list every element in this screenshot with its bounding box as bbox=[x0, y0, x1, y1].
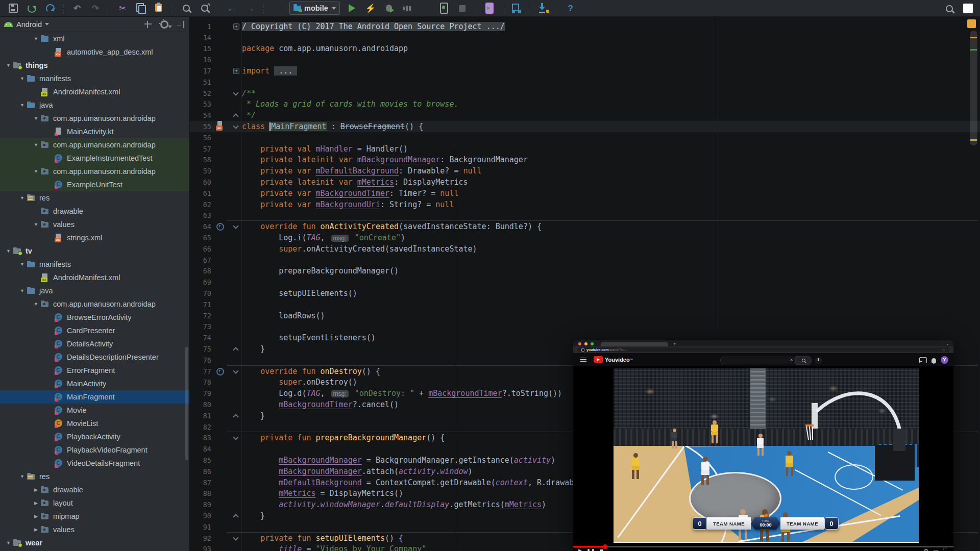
bookmark-star-icon[interactable]: ☆ bbox=[942, 348, 945, 352]
tree-row-mipmap[interactable]: ▶mipmap bbox=[0, 510, 189, 523]
chevron-down-icon[interactable]: ▼ bbox=[32, 142, 40, 147]
cut-icon[interactable]: ✂ bbox=[116, 2, 129, 15]
tree-row-manifests[interactable]: ▼manifests bbox=[0, 72, 189, 85]
notifications-bell-icon[interactable] bbox=[932, 358, 936, 363]
tree-row-mainactivity-kt[interactable]: MainActivity.kt bbox=[0, 125, 189, 138]
hide-panel-icon[interactable] bbox=[176, 20, 185, 29]
tree-row-layout[interactable]: ▶layout bbox=[0, 496, 189, 510]
code-line-67[interactable]: 67 bbox=[190, 255, 980, 266]
code-line-55[interactable]: 55<>class MainFragment : BrowseFragment(… bbox=[190, 121, 980, 132]
code-line-60[interactable]: 60 private lateinit var mMetrics: Displa… bbox=[190, 177, 980, 188]
chevron-down-icon[interactable]: ▼ bbox=[32, 36, 40, 41]
tree-row-browseerroractivity[interactable]: CBrowseErrorActivity bbox=[0, 311, 189, 324]
search-input[interactable]: ✕ bbox=[720, 357, 796, 364]
tree-row-com-app-umanusorn-androidap[interactable]: ▼com.app.umanusorn.androidap bbox=[0, 165, 189, 178]
tree-row-things[interactable]: ▼things bbox=[0, 59, 189, 72]
chevron-down-icon[interactable]: ⌄ bbox=[946, 341, 949, 346]
search-button[interactable] bbox=[796, 356, 812, 365]
find-icon[interactable] bbox=[180, 2, 193, 15]
project-view-header[interactable]: Android bbox=[0, 17, 189, 32]
code-line-17[interactable]: 17+import ... bbox=[190, 65, 980, 77]
fold-end-icon[interactable] bbox=[233, 347, 238, 353]
tree-row-androidmanifest-xml[interactable]: <>AndroidManifest.xml bbox=[0, 271, 189, 284]
fold-collapse-icon[interactable] bbox=[233, 368, 238, 373]
code-line-54[interactable]: 54 */ bbox=[190, 110, 980, 121]
redo-icon[interactable]: ↷ bbox=[89, 2, 102, 15]
project-view-selector[interactable]: Android bbox=[16, 20, 42, 29]
fold-expand-icon[interactable]: + bbox=[233, 23, 239, 30]
debug-icon[interactable] bbox=[382, 2, 396, 15]
editor-scrollbar[interactable] bbox=[970, 31, 977, 145]
code-line-16[interactable]: 16 bbox=[190, 54, 980, 65]
apply-changes-icon[interactable]: ⚡ bbox=[364, 2, 377, 15]
tree-row-com-app-umanusorn-androidap[interactable]: ▼com.app.umanusorn.androidap bbox=[0, 297, 189, 311]
tree-row-manifests[interactable]: ▼manifests bbox=[0, 258, 189, 271]
profiler-gauge-icon[interactable] bbox=[419, 2, 432, 15]
zoom-window-icon[interactable] bbox=[591, 342, 594, 345]
tree-row-playbackactivity[interactable]: CPlaybackActivity bbox=[0, 430, 189, 443]
tree-row-java[interactable]: ▼java bbox=[0, 284, 189, 297]
chevron-down-icon[interactable]: ▼ bbox=[4, 248, 13, 254]
code-line-15[interactable]: 15package com.app.umanusorn.androidapp bbox=[190, 43, 980, 55]
code-line-71[interactable]: 71 bbox=[190, 299, 980, 310]
chevron-right-icon[interactable]: ▶ bbox=[32, 487, 40, 492]
fold-end-icon[interactable] bbox=[233, 114, 238, 119]
avatar[interactable]: Y bbox=[941, 356, 948, 364]
tree-row-com-app-umanusorn-androidap[interactable]: ▼com.app.umanusorn.androidap bbox=[0, 112, 189, 125]
tree-scrollbar[interactable] bbox=[185, 347, 188, 460]
chevron-down-icon[interactable]: ▼ bbox=[4, 540, 13, 545]
chevron-down-icon[interactable]: ▼ bbox=[18, 103, 27, 108]
chevron-down-icon[interactable]: ▼ bbox=[18, 262, 27, 267]
ok-stripe-mark[interactable] bbox=[970, 49, 977, 51]
fold-collapse-icon[interactable] bbox=[233, 123, 238, 129]
tree-row-wear[interactable]: ▼wear bbox=[0, 536, 189, 549]
device-manager-icon[interactable] bbox=[483, 2, 496, 15]
override-method-icon[interactable] bbox=[216, 368, 224, 375]
stop-icon[interactable] bbox=[456, 2, 469, 15]
tree-row-movielist[interactable]: CMovieList bbox=[0, 417, 189, 430]
tree-row-java[interactable]: ▼java bbox=[0, 98, 189, 112]
code-line-1[interactable]: 1+/ Copyright (C) 2017 The Android Open … bbox=[190, 21, 980, 32]
back-icon[interactable]: ← bbox=[225, 2, 238, 15]
voice-search-icon[interactable] bbox=[815, 357, 822, 364]
close-window-icon[interactable] bbox=[578, 342, 581, 345]
code-line-62[interactable]: 62 private var mBackgroundUri: String? =… bbox=[190, 199, 980, 210]
chevron-down-icon[interactable]: ▼ bbox=[32, 222, 40, 227]
gradle-sync-icon[interactable] bbox=[537, 2, 550, 15]
chevron-down-icon[interactable]: ▼ bbox=[18, 288, 27, 293]
override-method-icon[interactable] bbox=[216, 223, 224, 231]
help-icon[interactable]: ? bbox=[564, 2, 577, 15]
tree-row-cardpresenter[interactable]: CCardPresenter bbox=[0, 324, 189, 337]
fold-collapse-icon[interactable] bbox=[233, 223, 238, 229]
tree-row-com-app-umanusorn-androidap[interactable]: ▼com.app.umanusorn.androidap bbox=[0, 138, 189, 152]
copy-icon[interactable] bbox=[134, 2, 148, 15]
tree-row-res[interactable]: ▼res bbox=[0, 191, 189, 205]
fold-collapse-icon[interactable] bbox=[233, 90, 238, 95]
tree-row-playbackvideofragment[interactable]: CPlaybackVideoFragment bbox=[0, 443, 189, 457]
cast-icon[interactable] bbox=[919, 357, 927, 363]
tree-row-xml[interactable]: ▼xml bbox=[0, 32, 189, 45]
tree-row-values[interactable]: ▼values bbox=[0, 218, 189, 231]
site-logo[interactable]: Youvideo ™ bbox=[594, 356, 633, 363]
tree-row-res[interactable]: ▼res bbox=[0, 470, 189, 483]
code-line-61[interactable]: 61 private var mBackgroundTimer: Timer? … bbox=[190, 188, 980, 199]
code-line-58[interactable]: 58 private lateinit var mBackgroundManag… bbox=[190, 155, 980, 166]
fold-end-icon[interactable] bbox=[233, 414, 238, 419]
sync-icon[interactable] bbox=[25, 2, 38, 15]
video-controls[interactable]: ▶ ▮▮ ◼ ⚙ ▭ ⛶ bbox=[573, 547, 953, 551]
code-line-56[interactable]: 56 bbox=[190, 132, 980, 143]
code-line-59[interactable]: 59 private var mDefaultBackground: Drawa… bbox=[190, 165, 980, 177]
tree-row-errorfragment[interactable]: CErrorFragment bbox=[0, 364, 189, 377]
tree-row-exampleinstrumentedtest[interactable]: CExampleInstrumentedTest bbox=[0, 152, 189, 165]
fold-collapse-icon[interactable] bbox=[233, 535, 238, 540]
save-icon[interactable] bbox=[7, 2, 20, 15]
chevron-down-icon[interactable]: ▼ bbox=[4, 63, 13, 68]
code-line-53[interactable]: 53 * Loads a grid of cards with movies t… bbox=[190, 99, 980, 110]
chevron-down-icon[interactable]: ▼ bbox=[32, 302, 40, 307]
clear-search-icon[interactable]: ✕ bbox=[790, 358, 793, 362]
chevron-down-icon[interactable]: ▼ bbox=[32, 169, 40, 174]
tree-row-automotive-app-desc-xml[interactable]: <>automotive_app_desc.xml bbox=[0, 45, 189, 59]
tree-row-drawable[interactable]: ▶drawable bbox=[0, 483, 189, 496]
code-line-14[interactable]: 14 bbox=[190, 32, 980, 43]
code-line-68[interactable]: 68 prepareBackgroundManager() bbox=[190, 266, 980, 277]
